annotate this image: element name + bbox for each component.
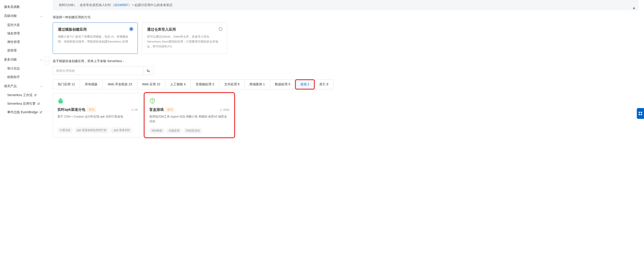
sidebar-item-domain[interactable]: 域名管理	[0, 29, 47, 38]
category-tabs: 热门应用 12 所有模版 Web 开发框架 23 Web 应用 10 人工智能 …	[53, 80, 334, 90]
sidebar-group-advanced[interactable]: 高级功能 ︿	[0, 11, 47, 21]
info-banner: 耗时2分钟），也非常欢迎您加入钉钉（32245557）一起探讨应用中心的未来形态…	[53, 0, 638, 10]
create-method-subtitle: 请选择一种创建应用的方式	[53, 15, 638, 19]
official-badge: 官方	[87, 108, 96, 112]
card-title: 实时apk渠道分包	[58, 108, 85, 112]
chevron-left-icon: 〈	[46, 59, 48, 62]
nodejs-icon	[149, 98, 156, 104]
widget-icon	[638, 111, 643, 116]
sidebar-item-workflow[interactable]: Serverless 工作流	[0, 91, 47, 100]
external-link-icon	[39, 111, 42, 114]
sidebar-item-eventbridge[interactable]: 事件总线 EventBridge	[0, 108, 47, 116]
hot-count: 3094	[223, 108, 230, 112]
chevron-up-icon: ︿	[40, 14, 43, 18]
tag: apk 渠道游戏包实时打包	[74, 128, 108, 133]
tag: 计算任务	[58, 128, 73, 133]
search-button[interactable]	[144, 67, 153, 75]
tab-audio-video[interactable]: 音视频处理 3	[191, 80, 219, 89]
tab-all[interactable]: 所有模版	[80, 80, 103, 89]
main-content: 〈 耗时2分钟），也非常欢迎您加入钉钉（32245557）一起探讨应用中心的未来…	[47, 0, 644, 143]
search-input[interactable]	[53, 67, 144, 75]
search-icon	[146, 69, 151, 73]
sidebar-group-label: 相关产品	[4, 84, 17, 88]
option-desc: 函数计算 FC 提供了海量应用模版，包括 AI、音视频处理、传统框架迁移等，帮助…	[58, 34, 133, 44]
sidebar-group-more[interactable]: 更多功能 ︿	[0, 55, 47, 64]
option-create-from-template[interactable]: 通过模版创建应用 函数计算 FC 提供了海量应用模版，包括 AI、音视频处理、传…	[53, 22, 138, 54]
tag: ..apk 渠道实时	[110, 128, 132, 133]
sidebar: 服务及函数 高级功能 ︿ 监控大盘 域名管理 弹性管理 层管理 更多功能 ︿ 审…	[0, 0, 47, 143]
option-title: 通过仓库导入应用	[147, 27, 222, 32]
fire-icon	[130, 108, 134, 111]
radio-selected-icon	[130, 27, 133, 31]
card-title: 盲盒游戏	[149, 108, 164, 112]
template-note: 基于模版快速创建应用，简单上手体验 Serverless：	[53, 59, 638, 63]
external-link-icon	[37, 102, 40, 105]
search-bar	[53, 66, 154, 75]
tab-file[interactable]: 文件处理 8	[219, 80, 245, 89]
template-card-blindbox[interactable]: 盲盒游戏 官方 3094 使用低代码工具 hype4 结合 函数计算 构建的 创…	[144, 93, 234, 137]
sidebar-item-permission[interactable]: 权限助手	[0, 73, 47, 82]
hot-stat: 3094	[219, 108, 230, 112]
sidebar-item-label: Serverless 应用引擎	[7, 102, 36, 106]
tag: h5创意活动	[184, 128, 202, 134]
banner-text: 耗时2分钟），也非常欢迎您加入钉钉（	[59, 3, 114, 7]
chevron-up-icon: ︿	[40, 84, 43, 88]
android-icon	[58, 98, 64, 104]
svg-rect-1	[641, 112, 642, 113]
chevron-up-icon: ︿	[40, 58, 43, 62]
hot-count: 28	[134, 108, 138, 112]
svg-rect-2	[639, 114, 640, 115]
sidebar-item-services[interactable]: 服务及函数	[0, 3, 47, 11]
fire-icon	[219, 108, 222, 111]
option-import-from-repo[interactable]: 通过仓库导入应用 您可以通过Github、Gitee等仓库，快速导入符合 Ser…	[142, 22, 227, 54]
tab-game[interactable]: 游戏 2	[296, 80, 314, 89]
tab-data[interactable]: 数据处理 9	[270, 80, 296, 89]
sidebar-group-label: 更多功能	[4, 58, 17, 62]
hot-stat: 28	[130, 108, 138, 112]
tab-web-framework[interactable]: Web 开发框架 23	[103, 80, 137, 89]
sidebar-item-elastic[interactable]: 弹性管理	[0, 38, 47, 46]
close-icon[interactable]: +	[632, 6, 636, 11]
template-card-apk[interactable]: 实时apk渠道分包 官方 28 基于 CDN + Custom 运行时实现 ap…	[53, 93, 142, 137]
card-desc: 基于 CDN + Custom 运行时实现 apk 实时打渠道包	[58, 114, 138, 123]
floating-help-button[interactable]	[637, 108, 644, 119]
sidebar-collapse-toggle[interactable]: 〈	[45, 56, 49, 65]
tab-web-app[interactable]: Web 应用 10	[137, 80, 165, 89]
sidebar-item-monitor[interactable]: 监控大盘	[0, 21, 47, 29]
tab-hot[interactable]: 热门应用 12	[53, 80, 80, 89]
official-badge: 官方	[166, 108, 174, 112]
tab-ecommerce[interactable]: 商城案例 1	[244, 80, 270, 89]
sidebar-item-label: 事件总线 EventBridge	[7, 110, 38, 114]
option-title: 通过模版创建应用	[58, 27, 133, 32]
svg-rect-3	[641, 114, 642, 115]
banner-text: ）一起探讨应用中心的未来形态	[128, 3, 172, 7]
tab-other[interactable]: 其它 8	[314, 80, 333, 89]
option-desc: 您可以通过Github、Gitee等仓库，快速导入符合 Serverless D…	[147, 34, 222, 49]
external-link-icon	[34, 94, 37, 97]
card-desc: 使用低代码工具 hype4 结合 函数计算 构建的 创意h5 抽盲盒活动	[149, 114, 230, 124]
svg-rect-0	[639, 112, 640, 113]
tag: Web框架	[149, 128, 164, 134]
tag: 全栈应用	[166, 128, 182, 134]
banner-link[interactable]: 32245557	[114, 3, 128, 7]
sidebar-group-related[interactable]: 相关产品 ︿	[0, 82, 47, 91]
sidebar-group-label: 高级功能	[4, 14, 17, 18]
tab-ai[interactable]: 人工智能 4	[165, 80, 191, 89]
sidebar-item-layer[interactable]: 层管理	[0, 46, 47, 55]
radio-unselected-icon	[219, 27, 222, 31]
sidebar-item-label: Serverless 工作流	[7, 93, 32, 97]
sidebar-item-audit[interactable]: 审计日志	[0, 64, 47, 73]
sidebar-item-sae[interactable]: Serverless 应用引擎	[0, 100, 47, 108]
